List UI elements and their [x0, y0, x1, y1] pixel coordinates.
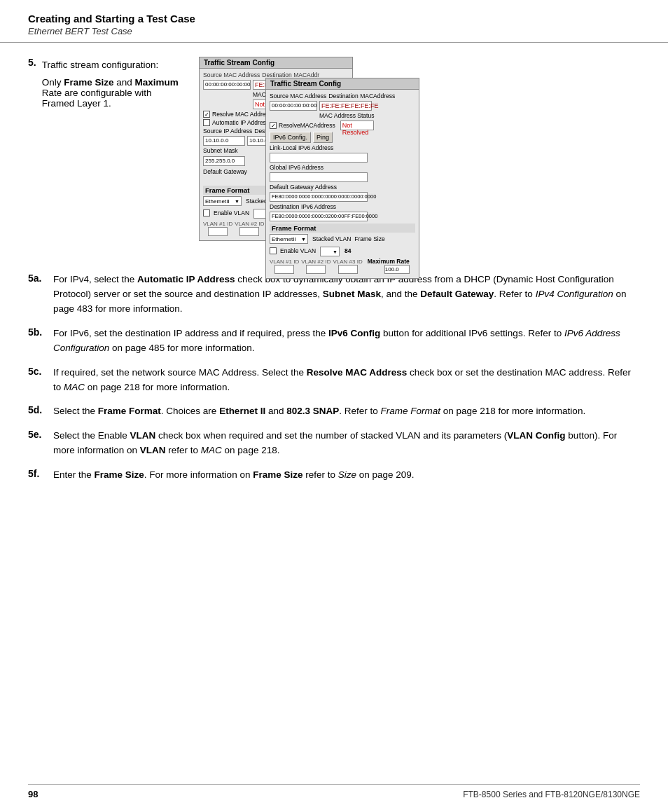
enable-vlan-label-back: Enable VLAN — [214, 209, 249, 216]
sub-step-5a-content: For IPv4, select the Automatic IP Addres… — [53, 273, 640, 317]
panel-front-body: Source MAC Address Destination MACAddres… — [266, 90, 419, 278]
resolve-mac-checkbox-back[interactable] — [203, 111, 210, 118]
step-5-image: Traffic Stream Config Source MAC Address… — [199, 57, 640, 260]
page-title: Creating and Starting a Test Case — [28, 13, 640, 25]
ping-button-front[interactable]: Ping — [313, 132, 333, 143]
sub-step-5f-content: Enter the Frame Size. For more informati… — [53, 468, 415, 483]
page-subtitle: Ethernet BERT Test Case — [28, 26, 640, 36]
auto-ip-checkbox-back[interactable] — [203, 119, 210, 126]
mac-status-value-front[interactable]: Not Resolved — [340, 121, 374, 130]
vlan2-col-back: VLAN #2 ID — [235, 221, 264, 236]
mac-status-row-front: MAC Address Status — [270, 112, 415, 119]
auto-ip-label-back: Automatic IP Address — [212, 119, 269, 126]
sub-step-5d-label: 5d. — [28, 404, 53, 419]
gw-addr-label-row: Default Gateway Address — [270, 184, 415, 191]
vlan1-label-front: VLAN #1 ID — [270, 259, 299, 265]
page-footer: 98 FTB-8500 Series and FTB-8120NGE/8130N… — [28, 784, 640, 799]
global-ipv6-label: Global IPv6 Address — [270, 164, 323, 171]
resolve-mac-checkbox-front[interactable] — [270, 122, 277, 129]
mac-value-row-front: 00:00:00:00:00:00 FE:FE:FE:FE:FE:FE — [270, 101, 415, 111]
enable-vlan-checkbox-back[interactable] — [203, 209, 210, 216]
gw-addr-label: Default Gateway Address — [270, 184, 337, 191]
footer-product: FTB-8500 Series and FTB-8120NGE/8130NGE — [463, 790, 640, 799]
enable-vlan-label-front: Enable VLAN — [280, 247, 316, 254]
sub-step-5b-label: 5b. — [28, 326, 53, 356]
enable-vlan-checkbox-front[interactable] — [270, 247, 277, 254]
max-rate-col-front: Maximum Rate — [368, 258, 410, 274]
panel-front-title: Traffic Stream Config — [266, 78, 419, 90]
sub-step-5f: 5f. Enter the Frame Size. For more infor… — [28, 468, 640, 483]
gw-addr-input[interactable]: FE80:0000:0000:0000:0000:0000:0000:0000 — [270, 192, 368, 202]
link-local-label: Link-Local IPv6 Address — [270, 144, 333, 151]
mac-header-row-front: Source MAC Address Destination MACAddres… — [270, 92, 415, 99]
frame-format-section-front: Frame Format — [270, 223, 415, 233]
sub-step-5e-label: 5e. — [28, 429, 53, 458]
vlan2-input-front[interactable] — [306, 265, 326, 274]
page-header: Creating and Starting a Test Case Ethern… — [0, 0, 668, 43]
vlan1-input-back[interactable] — [208, 227, 228, 236]
page-content: 5. Traffic stream configuration: Only Fr… — [0, 43, 668, 521]
resolve-mac-label-front: ResolveMACAddress — [279, 122, 335, 129]
dest-ipv6-label-row: Destination IPv6 Address — [270, 203, 415, 210]
dest-ipv6-input[interactable]: FE80:0000:0000:0000:0200:00FF:FE00:0000 — [270, 212, 368, 221]
source-mac-label-front: Source MAC Address — [270, 92, 326, 99]
step-5-number: 5. — [28, 57, 36, 68]
step-5-label: Traffic stream configuration: — [42, 60, 182, 70]
vlan3-input-front[interactable] — [338, 265, 358, 274]
resolve-row-front: ResolveMACAddress Not Resolved — [270, 121, 415, 130]
global-ipv6-label-row: Global IPv6 Address — [270, 164, 415, 171]
dest-mac-input-front[interactable]: FE:FE:FE:FE:FE:FE — [319, 101, 372, 111]
panel-back-title: Traffic Stream Config — [200, 57, 352, 69]
vlan2-input-back[interactable] — [239, 227, 259, 236]
frame-size-value-front: 84 — [345, 247, 351, 254]
traffic-panel-ipv6: Traffic Stream Config Source MAC Address… — [265, 78, 419, 279]
sub-step-5c: 5c. If required, set the network source … — [28, 366, 640, 395]
source-ip-input-back[interactable]: 10.10.0.0 — [203, 136, 245, 146]
source-mac-input-back[interactable]: 00:00:00:00:00:00 — [203, 80, 251, 90]
source-ip-label-back: Source IP Address — [203, 128, 252, 135]
vlan-count-dropdown-front[interactable]: ▼ — [320, 247, 340, 256]
vlan-row-front: Enable VLAN ▼ 84 — [270, 245, 415, 256]
sub-step-5f-label: 5f. — [28, 468, 53, 483]
sub-step-5c-label: 5c. — [28, 366, 53, 395]
step-5-extra: Only Frame Size and Maximum Rate are con… — [42, 77, 182, 109]
vlan3-label-front: VLAN #3 ID — [333, 259, 363, 265]
traffic-config-wrapper: Traffic Stream Config Source MAC Address… — [199, 57, 465, 260]
dest-ipv6-label: Destination IPv6 Address — [270, 203, 336, 210]
sub-step-5e: 5e. Select the Enable VLAN check box whe… — [28, 429, 640, 458]
sub-step-5a-label: 5a. — [28, 273, 53, 317]
frame-format-dropdown-back[interactable]: EthernetII▼ — [203, 196, 242, 206]
subnet-input-back[interactable]: 255.255.0.0 — [203, 156, 245, 166]
max-rate-label-front: Maximum Rate — [368, 258, 410, 265]
sub-step-5d: 5d. Select the Frame Format. Choices are… — [28, 404, 640, 419]
max-rate-input-front[interactable] — [384, 265, 410, 274]
step-5-text: 5. Traffic stream configuration: Only Fr… — [28, 57, 182, 260]
footer-page-number: 98 — [28, 789, 38, 799]
vlan1-col-back: VLAN #1 ID — [203, 221, 232, 236]
sub-step-5b: 5b. For IPv6, set the destination IP add… — [28, 326, 640, 356]
source-mac-input-front[interactable]: 00:00:00:00:00:00 — [270, 101, 317, 111]
link-local-label-row: Link-Local IPv6 Address — [270, 144, 415, 151]
ipv6-config-button[interactable]: IPv6 Config. — [270, 132, 311, 143]
vlan-id-row-front: VLAN #1 ID VLAN #2 ID VLAN #3 ID — [270, 258, 415, 274]
frame-format-row-front: EthernetII▼ Stacked VLAN Frame Size — [270, 234, 415, 244]
vlan1-col-front: VLAN #1 ID — [270, 259, 299, 274]
frame-format-dropdown-front[interactable]: EthernetII▼ — [270, 234, 308, 244]
sub-step-5e-content: Select the Enable VLAN check box when re… — [53, 429, 640, 458]
sub-step-5d-content: Select the Frame Format. Choices are Eth… — [53, 404, 585, 419]
step-5-row: 5. Traffic stream configuration: Only Fr… — [28, 57, 640, 260]
sub-step-5c-content: If required, set the network source MAC … — [53, 366, 640, 395]
vlan1-input-front[interactable] — [274, 265, 294, 274]
vlan2-label-front: VLAN #2 ID — [301, 259, 330, 265]
vlan2-col-front: VLAN #2 ID — [301, 259, 330, 274]
vlan2-label-back: VLAN #2 ID — [235, 221, 264, 227]
source-mac-label-back: Source MAC Address — [203, 71, 260, 78]
dest-mac-label-front: Destination MACAddress — [328, 92, 395, 99]
vlan1-label-back: VLAN #1 ID — [203, 221, 232, 227]
sub-step-5a: 5a. For IPv4, select the Automatic IP Ad… — [28, 273, 640, 317]
resolve-mac-label-back: Resolve MAC Address — [212, 111, 272, 118]
frame-size-label-front: Frame Size — [354, 235, 384, 242]
global-ipv6-input[interactable] — [270, 172, 368, 182]
sub-step-5b-content: For IPv6, set the destination IP address… — [53, 326, 640, 356]
link-local-input[interactable] — [270, 153, 368, 163]
